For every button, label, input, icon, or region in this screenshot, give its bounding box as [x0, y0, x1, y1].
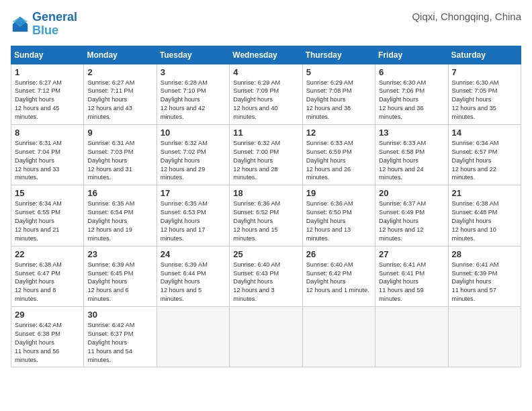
table-row [230, 307, 302, 367]
table-row: 24Sunrise: 6:39 AMSunset: 6:44 PMDayligh… [157, 246, 229, 306]
table-row: 5Sunrise: 6:29 AMSunset: 7:08 PMDaylight… [302, 64, 375, 124]
col-saturday: Saturday [448, 46, 521, 64]
col-wednesday: Wednesday [230, 46, 302, 64]
table-row: 29Sunrise: 6:42 AMSunset: 6:38 PMDayligh… [11, 307, 84, 367]
table-row [302, 307, 375, 367]
table-row: 22Sunrise: 6:38 AMSunset: 6:47 PMDayligh… [11, 246, 84, 306]
header-row: Sunday Monday Tuesday Wednesday Thursday… [11, 46, 521, 64]
title-block: Qiqxi, Chongqing, China [412, 11, 521, 22]
table-row: 12Sunrise: 6:33 AMSunset: 6:59 PMDayligh… [302, 124, 375, 185]
calendar-table: Sunday Monday Tuesday Wednesday Thursday… [11, 46, 521, 368]
table-row: 8Sunrise: 6:31 AMSunset: 7:04 PMDaylight… [11, 124, 84, 185]
table-row: 2Sunrise: 6:27 AMSunset: 7:11 PMDaylight… [84, 64, 157, 124]
table-row [157, 307, 229, 367]
col-sunday: Sunday [11, 46, 84, 64]
table-row: 19Sunrise: 6:36 AMSunset: 6:50 PMDayligh… [302, 185, 375, 246]
page-header: General Blue Qiqxi, Chongqing, China [11, 11, 521, 38]
table-row [448, 307, 521, 367]
table-row: 21Sunrise: 6:38 AMSunset: 6:48 PMDayligh… [448, 185, 521, 246]
table-row: 28Sunrise: 6:41 AMSunset: 6:39 PMDayligh… [448, 246, 521, 306]
table-row: 27Sunrise: 6:41 AMSunset: 6:41 PMDayligh… [375, 246, 448, 306]
table-row: 17Sunrise: 6:35 AMSunset: 6:53 PMDayligh… [157, 185, 229, 246]
table-row: 4Sunrise: 6:29 AMSunset: 7:09 PMDaylight… [230, 64, 302, 124]
table-row: 11Sunrise: 6:32 AMSunset: 7:00 PMDayligh… [230, 124, 302, 185]
table-row: 20Sunrise: 6:37 AMSunset: 6:49 PMDayligh… [375, 185, 448, 246]
table-row: 18Sunrise: 6:36 AMSunset: 6:52 PMDayligh… [230, 185, 302, 246]
table-row: 25Sunrise: 6:40 AMSunset: 6:43 PMDayligh… [230, 246, 302, 306]
table-row: 23Sunrise: 6:39 AMSunset: 6:45 PMDayligh… [84, 246, 157, 306]
table-row: 13Sunrise: 6:33 AMSunset: 6:58 PMDayligh… [375, 124, 448, 185]
table-row: 6Sunrise: 6:30 AMSunset: 7:06 PMDaylight… [375, 64, 448, 124]
logo-icon [11, 15, 30, 34]
logo: General Blue [11, 11, 77, 38]
table-row: 30Sunrise: 6:42 AMSunset: 6:37 PMDayligh… [84, 307, 157, 367]
col-friday: Friday [375, 46, 448, 64]
table-row: 3Sunrise: 6:28 AMSunset: 7:10 PMDaylight… [157, 64, 229, 124]
table-row: 16Sunrise: 6:35 AMSunset: 6:54 PMDayligh… [84, 185, 157, 246]
table-row: 9Sunrise: 6:31 AMSunset: 7:03 PMDaylight… [84, 124, 157, 185]
location-subtitle: Qiqxi, Chongqing, China [412, 11, 521, 22]
table-row: 7Sunrise: 6:30 AMSunset: 7:05 PMDaylight… [448, 64, 521, 124]
col-thursday: Thursday [302, 46, 375, 64]
table-row: 15Sunrise: 6:34 AMSunset: 6:55 PMDayligh… [11, 185, 84, 246]
col-monday: Monday [84, 46, 157, 64]
table-row: 10Sunrise: 6:32 AMSunset: 7:02 PMDayligh… [157, 124, 229, 185]
table-row: 14Sunrise: 6:34 AMSunset: 6:57 PMDayligh… [448, 124, 521, 185]
col-tuesday: Tuesday [157, 46, 229, 64]
table-row: 26Sunrise: 6:40 AMSunset: 6:42 PMDayligh… [302, 246, 375, 306]
table-row [375, 307, 448, 367]
table-row: 1Sunrise: 6:27 AMSunset: 7:12 PMDaylight… [11, 64, 84, 124]
